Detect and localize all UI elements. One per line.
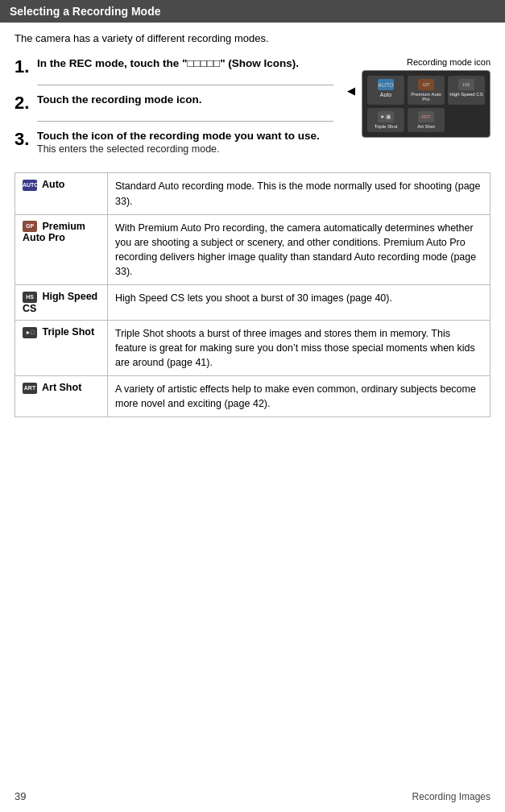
- mode-name-cell: ►□ Triple Shot: [15, 320, 108, 375]
- camera-screen: AUTO Auto GP Premium Auto Pro HS High Sp…: [362, 70, 491, 138]
- main-content: The camera has a variety of different re…: [0, 23, 505, 427]
- premium-icon-box: GP: [418, 79, 434, 90]
- cam-mode-auto: AUTO Auto: [367, 76, 404, 105]
- hs-icon-box: HS: [458, 79, 474, 90]
- cam-mode-art: ART Art Shot: [408, 108, 445, 132]
- mode-name-text-0: Auto: [39, 179, 64, 190]
- mode-icon-2: HS: [23, 292, 37, 303]
- step-2-number: 2.: [14, 93, 37, 113]
- mode-icon-4: ART: [23, 383, 37, 394]
- cam-mode-triple: ►▣ Triple Shot: [367, 108, 404, 132]
- cam-mode-hs: HS High Speed CS: [448, 76, 485, 105]
- cam-label-premium: Premium Auto Pro: [409, 92, 443, 102]
- page-header: Selecting a Recording Mode: [0, 0, 505, 23]
- step-3-sub: This enters the selected recording mode.: [37, 143, 333, 155]
- mode-name-cell: ART Art Shot: [15, 376, 108, 417]
- page-footer: 39 Recording Images: [0, 790, 505, 802]
- footer-page-number: 39: [14, 790, 26, 802]
- step-1-divider: [37, 85, 333, 85]
- mode-name-text-3: Triple Shot: [39, 326, 94, 338]
- cam-label-auto: Auto: [369, 92, 403, 97]
- mode-desc-cell-4: A variety of artistic effects help to ma…: [108, 376, 491, 417]
- mode-desc-cell-1: With Premium Auto Pro recording, the cam…: [108, 214, 491, 285]
- mode-name-cell: AUTO Auto: [15, 173, 108, 214]
- step-1: 1. In the REC mode, touch the "□□□□□" (S…: [14, 57, 333, 77]
- mode-icon-3: ►□: [23, 327, 37, 338]
- table-row: ART Art ShotA variety of artistic effect…: [15, 376, 491, 417]
- mode-desc-cell-0: Standard Auto recording mode. This is th…: [108, 173, 491, 214]
- table-row: GP Premium Auto ProWith Premium Auto Pro…: [15, 214, 491, 285]
- mode-desc-cell-3: Triple Shot shoots a burst of three imag…: [108, 320, 491, 375]
- step-3-text: Touch the icon of the recording mode you…: [37, 130, 333, 155]
- mode-name-cell: HS High Speed CS: [15, 285, 108, 321]
- mode-name-text-4: Art Shot: [39, 382, 81, 393]
- step-2-text: Touch the recording mode icon.: [37, 93, 333, 106]
- cam-label-hs: High Speed CS: [449, 92, 483, 97]
- cam-label-art: Art Shot: [409, 124, 443, 129]
- intro-text: The camera has a variety of different re…: [14, 32, 491, 44]
- modes-table: AUTO AutoStandard Auto recording mode. T…: [14, 172, 491, 417]
- camera-mode-grid: AUTO Auto GP Premium Auto Pro HS High Sp…: [367, 76, 485, 132]
- cam-mode-premium: GP Premium Auto Pro: [408, 76, 445, 105]
- mode-icon-0: AUTO: [23, 180, 37, 191]
- table-row: AUTO AutoStandard Auto recording mode. T…: [15, 173, 491, 214]
- footer-section: Recording Images: [412, 791, 491, 802]
- arrow-indicator: ◀: [347, 85, 355, 97]
- step1-container: Recording mode icon ◀ AUTO Auto GP Premi…: [14, 57, 491, 163]
- table-row: ►□ Triple ShotTriple Shot shoots a burst…: [15, 320, 491, 375]
- step-2-bold: Touch the recording mode icon.: [37, 93, 202, 106]
- step-1-text: In the REC mode, touch the "□□□□□" (Show…: [37, 57, 333, 69]
- recording-mode-label: Recording mode icon: [341, 57, 491, 67]
- step-3-bold: Touch the icon of the recording mode you…: [37, 130, 320, 142]
- step-2: 2. Touch the recording mode icon.: [14, 93, 333, 113]
- art-icon-box: ART: [418, 111, 434, 122]
- cam-label-triple: Triple Shot: [369, 124, 403, 129]
- mode-name-cell: GP Premium Auto Pro: [15, 214, 108, 285]
- recording-mode-image-area: Recording mode icon ◀ AUTO Auto GP Premi…: [341, 57, 491, 138]
- triple-icon-box: ►▣: [378, 111, 394, 122]
- auto-icon-box: AUTO: [378, 79, 394, 90]
- step-1-bold: In the REC mode, touch the "□□□□□" (Show…: [37, 57, 299, 69]
- step-1-number: 1.: [14, 57, 37, 77]
- step-3: 3. Touch the icon of the recording mode …: [14, 130, 333, 155]
- step-3-number: 3.: [14, 130, 37, 149]
- header-title: Selecting a Recording Mode: [10, 5, 160, 18]
- mode-icon-1: GP: [23, 221, 37, 232]
- mode-desc-cell-2: High Speed CS lets you shoot a burst of …: [108, 285, 491, 321]
- table-row: HS High Speed CSHigh Speed CS lets you s…: [15, 285, 491, 321]
- step-2-divider: [37, 121, 333, 122]
